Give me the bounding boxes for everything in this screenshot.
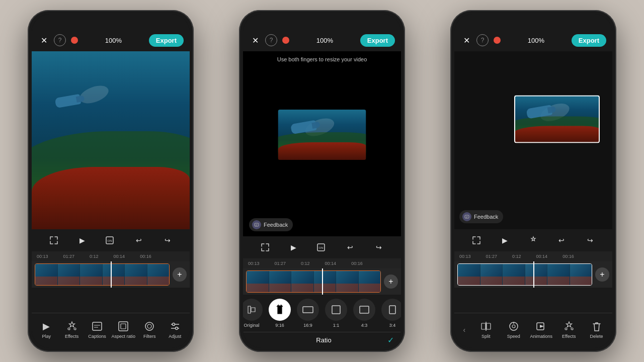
time-mark-2c: 0:12 — [301, 261, 310, 266]
play-button-2[interactable]: ▶ — [287, 240, 301, 254]
fullscreen-button-1[interactable] — [47, 233, 61, 247]
time-mark-2e: 00:16 — [351, 261, 363, 266]
clip-button-1[interactable]: ON — [104, 233, 118, 247]
ratio-original-label: Original — [244, 323, 259, 328]
nav-back-button-3[interactable]: ‹ — [459, 326, 469, 334]
feedback-badge-2[interactable]: Feedback — [249, 218, 293, 231]
help-button-2[interactable]: ? — [265, 34, 277, 46]
timeline-track-2[interactable]: + — [243, 268, 401, 295]
help-button-1[interactable]: ? — [54, 34, 66, 46]
notch-2 — [302, 17, 342, 26]
ratio-confirm-button[interactable]: ✓ — [387, 335, 394, 345]
tool-effects-1[interactable]: Effects — [61, 320, 83, 339]
film-frame-2d — [314, 271, 337, 292]
tool-animations-3[interactable]: Animations — [530, 320, 552, 339]
top-toolbar-3: ✕ ? 100% Export — [454, 29, 612, 51]
redo-button-1[interactable]: ↪ — [160, 233, 175, 247]
help-button-3[interactable]: ? — [476, 34, 489, 46]
timeline-track-1[interactable]: + — [32, 261, 190, 288]
bottom-toolbar-1: ▶ Play Effects — [32, 313, 190, 348]
svg-point-3 — [74, 328, 76, 330]
fullscreen-button-2[interactable] — [258, 240, 272, 254]
magic-button-3[interactable] — [526, 233, 540, 247]
status-bar-2 — [243, 14, 401, 29]
captions-label-1: Captions — [88, 334, 106, 339]
film-frame-2c — [291, 271, 314, 292]
film-frame-3d — [525, 264, 548, 285]
phone-3-frame: ✕ ? 100% Export — [450, 10, 616, 352]
close-button-2[interactable]: ✕ — [249, 34, 261, 46]
film-frame-2b — [269, 271, 292, 292]
phone-2-screen: ✕ ? 100% Export Use both fingers to resi… — [243, 14, 401, 348]
title-3: 100% — [505, 37, 568, 44]
ratio-title-2: Ratio — [260, 336, 387, 344]
diver-scene-2 — [278, 110, 366, 160]
fullscreen-button-3[interactable] — [469, 233, 484, 247]
svg-rect-25 — [487, 323, 491, 329]
close-button-3[interactable]: ✕ — [460, 34, 472, 46]
captions-icon-1 — [91, 320, 103, 332]
feedback-icon-3 — [462, 212, 471, 221]
add-clip-button-1[interactable]: + — [173, 267, 187, 282]
svg-point-13 — [172, 323, 175, 326]
svg-rect-20 — [360, 306, 369, 313]
timeline-track-3[interactable]: + — [454, 261, 612, 288]
tool-play-1[interactable]: ▶ Play — [35, 320, 57, 339]
tool-speed-3[interactable]: Speed — [503, 320, 525, 339]
video-preview-3: Feedback — [454, 51, 612, 229]
undo-button-3[interactable]: ↩ — [554, 233, 569, 247]
timeline-ruler-2: 00:13 01:27 0:12 00:14 00:16 — [243, 258, 401, 268]
add-clip-button-3[interactable]: + — [595, 267, 609, 282]
film-frame-2a — [247, 271, 269, 292]
close-button-1[interactable]: ✕ — [38, 34, 50, 46]
ratio-original[interactable]: Original — [243, 299, 263, 328]
play-button-1[interactable]: ▶ — [75, 233, 90, 247]
aspect-label-1: Aspect ratio — [111, 334, 135, 339]
play-button-3[interactable]: ▶ — [498, 233, 512, 247]
filters-icon-1 — [143, 320, 155, 332]
export-button-1[interactable]: Export — [149, 34, 184, 47]
clip-button-2[interactable]: ON — [315, 240, 329, 254]
timeline-empty-3 — [454, 288, 612, 313]
svg-point-10 — [147, 324, 151, 328]
video-preview-2: Use both fingers to resize your video — [243, 51, 401, 236]
video-small-2[interactable] — [278, 110, 366, 160]
svg-point-31 — [565, 328, 567, 330]
svg-rect-4 — [93, 322, 102, 330]
export-button-3[interactable]: Export — [572, 34, 606, 47]
phone-3: ✕ ? 100% Export — [428, 0, 639, 362]
feedback-badge-3[interactable]: Feedback — [459, 210, 503, 223]
undo-button-1[interactable]: ↩ — [132, 233, 146, 247]
top-toolbar-2: ✕ ? 100% Export — [243, 29, 401, 51]
ratio-916[interactable]: 9:16 — [269, 299, 291, 328]
tool-captions-1[interactable]: Captions — [86, 320, 108, 339]
ratio-11[interactable]: 1:1 — [325, 299, 347, 328]
tool-adjust-1[interactable]: Adjust — [164, 320, 186, 339]
add-clip-button-2[interactable]: + — [384, 275, 398, 289]
time-mark-3e: 00:16 — [562, 254, 574, 259]
playback-controls-2: ▶ ON ↩ ↪ — [243, 236, 401, 258]
record-dot-1 — [71, 37, 78, 44]
redo-button-2[interactable]: ↪ — [372, 240, 386, 254]
film-frame-3b — [480, 264, 503, 285]
ratio-43[interactable]: 4:3 — [353, 299, 375, 328]
record-dot-3 — [494, 37, 501, 44]
feedback-text-2: Feedback — [264, 222, 288, 228]
ratio-169-icon — [297, 299, 319, 321]
tool-delete-3[interactable]: Delete — [586, 320, 608, 339]
time-mark-3c: 0:12 — [512, 254, 521, 259]
ratio-11-icon — [325, 299, 347, 321]
redo-button-3[interactable]: ↪ — [583, 233, 597, 247]
video-small-3[interactable] — [514, 95, 600, 143]
film-strip-2 — [246, 270, 381, 293]
tool-filters-1[interactable]: Filters — [138, 320, 160, 339]
export-button-2[interactable]: Export — [360, 34, 395, 47]
ratio-34[interactable]: 3:4 — [381, 299, 401, 328]
tool-aspect-1[interactable]: Aspect ratio — [111, 320, 135, 339]
coral-red-2 — [278, 142, 366, 160]
ratio-169[interactable]: 16:9 — [297, 299, 319, 328]
tool-split-3[interactable]: Split — [475, 320, 497, 339]
time-mark-1b: 01:27 — [63, 254, 75, 259]
undo-button-2[interactable]: ↩ — [343, 240, 357, 254]
tool-effects-3[interactable]: Effects — [558, 320, 580, 339]
